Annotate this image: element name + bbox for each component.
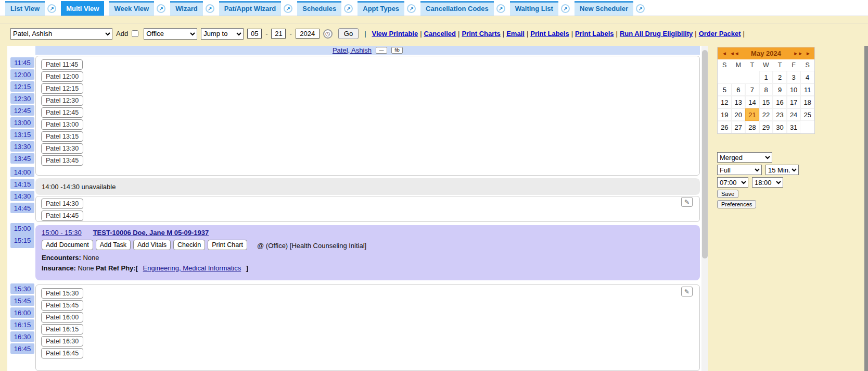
- slot-button[interactable]: Patel 13:00: [41, 119, 83, 130]
- calendar-month-title[interactable]: May 2024: [741, 50, 792, 57]
- detail-select[interactable]: Full: [717, 165, 762, 175]
- preferences-button[interactable]: Preferences: [717, 200, 756, 208]
- calendar-day[interactable]: 23: [773, 108, 787, 121]
- calendar-day[interactable]: 4: [800, 71, 814, 83]
- calendar-day[interactable]: 6: [732, 83, 746, 96]
- appointment-action-button[interactable]: Add Task: [96, 240, 131, 250]
- slot-button[interactable]: Patel 16:45: [41, 348, 83, 358]
- toolbar-link[interactable]: Cancelled: [424, 30, 456, 38]
- calendar-day[interactable]: 14: [745, 96, 759, 108]
- toolbar-link[interactable]: Email: [506, 30, 525, 38]
- appointment-action-button[interactable]: Print Chart: [208, 240, 247, 250]
- jump-to-select[interactable]: Jump to: [201, 28, 244, 40]
- tab-popout-icon[interactable]: ↗: [284, 4, 292, 13]
- add-checkbox[interactable]: [132, 30, 138, 37]
- datepicker-icon[interactable]: ◷: [323, 29, 333, 39]
- date-day-input[interactable]: [271, 29, 286, 39]
- slot-button[interactable]: Patel 12:15: [41, 83, 83, 94]
- appointment-action-button[interactable]: Add Document: [42, 240, 93, 250]
- provider-select[interactable]: Patel, Ashish: [10, 28, 112, 40]
- toolbar-link[interactable]: Print Charts: [462, 30, 500, 38]
- calendar-day[interactable]: 24: [787, 108, 801, 121]
- calendar-day[interactable]: 16: [773, 96, 787, 108]
- calendar-prev-month-icon[interactable]: ◄◄: [728, 51, 741, 56]
- calendar-day[interactable]: 29: [759, 121, 773, 133]
- calendar-day[interactable]: 13: [732, 96, 746, 108]
- tab-popout-icon[interactable]: ↗: [561, 4, 570, 13]
- tab[interactable]: Waiting List: [510, 1, 558, 16]
- slot-button[interactable]: Patel 15:45: [41, 300, 83, 311]
- schedule-scrollbar-thumb[interactable]: [702, 50, 708, 258]
- calendar-day[interactable]: 3: [787, 71, 801, 83]
- tab-popout-icon[interactable]: ↗: [344, 4, 353, 13]
- calendar-prev-year-icon[interactable]: ◄: [720, 51, 728, 56]
- slot-button[interactable]: Patel 12:30: [41, 95, 83, 106]
- provider-header-link[interactable]: Patel, Ashish: [333, 46, 372, 54]
- appointment-action-button[interactable]: Add Vitals: [133, 240, 171, 250]
- edit-slot-button[interactable]: ✎: [681, 287, 693, 296]
- calendar-day[interactable]: 19: [718, 108, 732, 121]
- slot-button[interactable]: Patel 14:30: [41, 199, 83, 209]
- calendar-day[interactable]: 12: [718, 96, 732, 108]
- tab[interactable]: New Scheduler: [575, 1, 633, 16]
- start-time-select[interactable]: 07:00: [717, 177, 748, 188]
- slot-button[interactable]: Patel 12:45: [41, 107, 83, 118]
- calendar-day[interactable]: 7: [745, 83, 759, 96]
- tab[interactable]: Wizard: [170, 1, 203, 16]
- calendar-day[interactable]: 17: [787, 96, 801, 108]
- calendar-day[interactable]: 8: [759, 83, 773, 96]
- edit-slot-button[interactable]: ✎: [681, 197, 693, 207]
- tab-popout-icon[interactable]: ↗: [157, 4, 165, 13]
- calendar-day[interactable]: 22: [759, 108, 773, 121]
- slot-button[interactable]: Patel 11:45: [41, 59, 83, 70]
- tab[interactable]: Multi View: [61, 1, 104, 16]
- slot-button[interactable]: Patel 15:30: [41, 288, 83, 299]
- tab-popout-icon[interactable]: ↗: [636, 4, 645, 13]
- calendar-day[interactable]: 27: [732, 121, 746, 133]
- calendar-day[interactable]: 15: [759, 96, 773, 108]
- calendar-day[interactable]: 9: [773, 83, 787, 96]
- toolbar-link[interactable]: View Printable: [372, 30, 418, 38]
- end-time-select[interactable]: 18:00: [752, 177, 783, 188]
- toolbar-link[interactable]: Print Labels: [575, 30, 614, 38]
- save-button[interactable]: Save: [717, 190, 738, 198]
- appointment-action-button[interactable]: Checkin: [173, 240, 205, 250]
- tab[interactable]: Week View: [109, 1, 154, 16]
- calendar-day[interactable]: 10: [787, 83, 801, 96]
- calendar-day[interactable]: 18: [800, 96, 814, 108]
- calendar-day[interactable]: 30: [773, 121, 787, 133]
- calendar-day[interactable]: 28: [745, 121, 759, 133]
- tab[interactable]: Appt Types: [358, 1, 404, 16]
- tab[interactable]: Cancellation Codes: [420, 1, 494, 16]
- date-month-input[interactable]: [247, 29, 262, 39]
- calendar-next-year-icon[interactable]: ►: [804, 51, 812, 56]
- calendar-day[interactable]: 25: [800, 108, 814, 121]
- slot-button[interactable]: Patel 16:00: [41, 312, 83, 323]
- calendar-day[interactable]: 26: [718, 121, 732, 133]
- toolbar-link[interactable]: Order Packet: [699, 30, 741, 38]
- fib-button[interactable]: fib: [391, 47, 403, 54]
- slot-button[interactable]: Patel 12:00: [41, 71, 83, 82]
- slot-button[interactable]: Patel 14:45: [41, 211, 83, 221]
- tab[interactable]: List View: [5, 1, 45, 16]
- calendar-day[interactable]: 5: [718, 83, 732, 96]
- calendar-day[interactable]: 20: [732, 108, 746, 121]
- go-button[interactable]: Go: [338, 28, 359, 39]
- tab[interactable]: Pat/Appt Wizard: [219, 1, 282, 16]
- minimize-column-button[interactable]: —: [376, 47, 387, 54]
- toolbar-link[interactable]: Run All Drug Eligibility: [620, 30, 693, 38]
- tab-popout-icon[interactable]: ↗: [206, 4, 214, 13]
- toolbar-link[interactable]: Print Labels: [530, 30, 569, 38]
- slot-button[interactable]: Patel 13:30: [41, 143, 83, 154]
- tab-popout-icon[interactable]: ↗: [407, 4, 416, 13]
- slot-button[interactable]: Patel 16:15: [41, 324, 83, 335]
- window-scrollbar[interactable]: [864, 46, 868, 371]
- tab[interactable]: Schedules: [297, 1, 341, 16]
- interval-select[interactable]: 15 Min.: [765, 165, 799, 175]
- date-year-input[interactable]: [296, 29, 320, 39]
- slot-button[interactable]: Patel 13:15: [41, 131, 83, 142]
- appointment-patient-link[interactable]: TEST-10006 Doe, Jane M 05-09-1937: [93, 229, 209, 237]
- tab-popout-icon[interactable]: ↗: [47, 4, 56, 13]
- calendar-next-month-icon[interactable]: ►►: [792, 51, 804, 56]
- calendar-day[interactable]: 1: [759, 71, 773, 83]
